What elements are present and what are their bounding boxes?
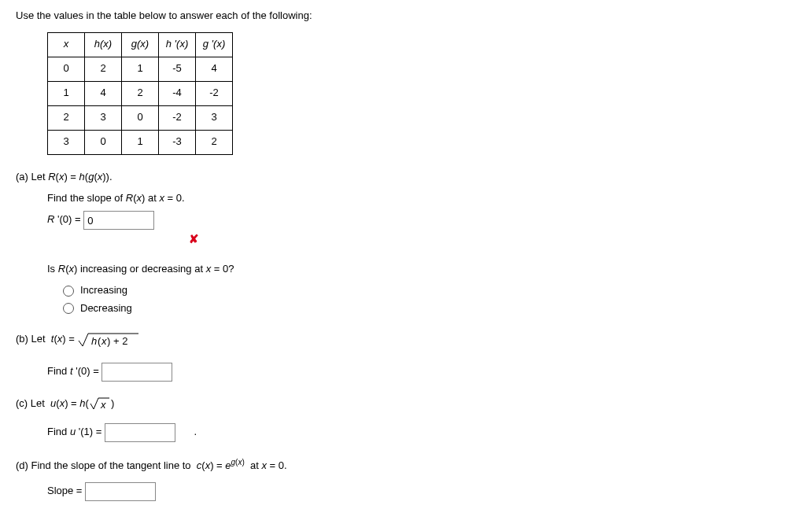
sqrt-icon: h ( x ) + 2 — [77, 331, 140, 349]
intro-text: Use the values in the table below to ans… — [16, 8, 796, 24]
svg-text:x: x — [100, 399, 106, 411]
table-row: 1 4 2 -4 -2 — [48, 81, 233, 105]
th-gx: g(x) — [122, 32, 159, 57]
svg-text:) + 2: ) + 2 — [107, 335, 127, 347]
radio-icon — [63, 303, 74, 314]
d-input[interactable] — [85, 482, 156, 501]
table-row: 0 2 1 -5 4 — [48, 57, 233, 81]
table-row: 2 3 0 -2 3 — [48, 105, 233, 130]
a-radio-increasing[interactable]: Increasing — [63, 282, 796, 299]
c-find-row: Find u '(1) = . — [47, 423, 796, 442]
c-input[interactable] — [105, 423, 175, 442]
c-find-label: Find u '(1) = — [47, 426, 102, 437]
a-let: (a) Let R(x) = h(g(x)). — [16, 169, 796, 186]
th-x: x — [48, 32, 85, 57]
d-text: (d) Find the slope of the tangent line t… — [16, 456, 796, 474]
th-hpx: h '(x) — [159, 32, 196, 57]
value-table: x h(x) g(x) h '(x) g '(x) 0 2 1 -5 4 1 4… — [47, 32, 233, 155]
c-trailing: . — [194, 426, 197, 437]
a-rprime-input[interactable] — [83, 211, 154, 230]
radio-icon — [63, 286, 74, 297]
b-let: (b) Let t(x) = h ( x ) + 2 — [16, 331, 796, 349]
part-a: (a) Let R(x) = h(g(x)). Find the slope o… — [16, 169, 796, 317]
sqrt-icon: x — [89, 396, 111, 411]
a-opt1-label: Increasing — [80, 282, 127, 299]
b-find-row: Find t '(0) = — [47, 363, 796, 382]
d-slope-row: Slope = — [47, 482, 796, 501]
part-b: (b) Let t(x) = h ( x ) + 2 Find t '(0) = — [16, 331, 796, 382]
a-question: Is R(x) increasing or decreasing at x = … — [47, 261, 796, 278]
c-let: (c) Let u(x) = h( x ) — [16, 396, 796, 412]
th-hx: h(x) — [85, 32, 122, 57]
a-find-slope: Find the slope of R(x) at x = 0. — [47, 190, 796, 207]
a-rprime-label: R '(0) = — [47, 214, 81, 226]
a-radio-decreasing[interactable]: Decreasing — [63, 301, 796, 317]
a-rprime-row: R '(0) = ✘ — [47, 211, 796, 249]
part-d: (d) Find the slope of the tangent line t… — [16, 456, 796, 501]
part-c: (c) Let u(x) = h( x ) Find u '(1) = . — [16, 396, 796, 442]
table-row: 3 0 1 -3 2 — [48, 130, 233, 154]
a-opt2-label: Decreasing — [80, 301, 132, 317]
th-gpx: g '(x) — [196, 32, 233, 57]
b-find-label: Find t '(0) = — [47, 365, 99, 377]
b-input[interactable] — [102, 363, 172, 382]
svg-text:h: h — [91, 335, 97, 347]
svg-text:x: x — [101, 335, 107, 347]
d-slope-label: Slope = — [47, 485, 82, 496]
wrong-icon: ✘ — [189, 230, 199, 249]
